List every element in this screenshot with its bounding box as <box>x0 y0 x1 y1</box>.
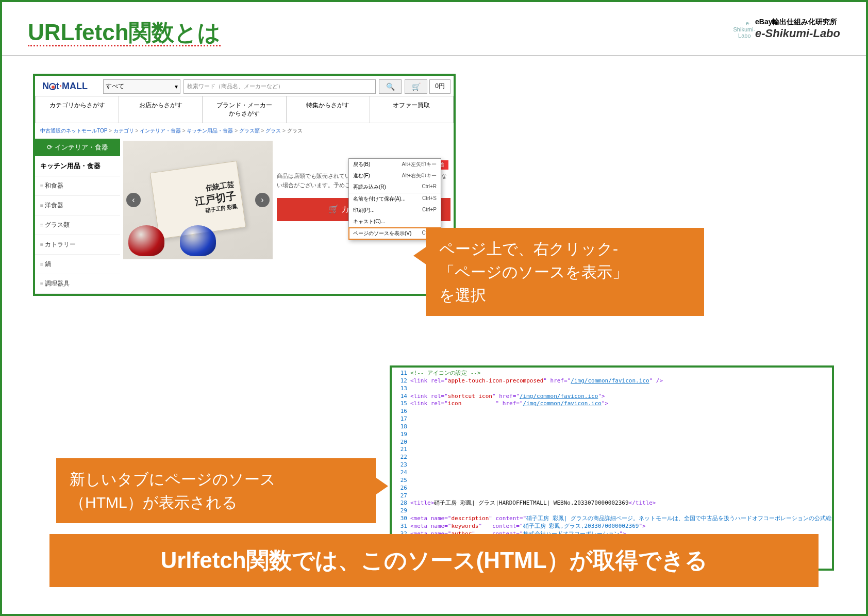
sidebar-item[interactable]: カトラリー <box>35 235 120 255</box>
next-image-button[interactable]: › <box>255 193 270 207</box>
cart-total: 0円 <box>429 79 450 94</box>
shop-navbar: カテゴリからさがす お店からさがす ブランド・メーカー からさがす 特集からさが… <box>35 96 454 123</box>
nav-category[interactable]: カテゴリからさがす <box>35 96 119 123</box>
brand-glyph: e-Shikumi-Labo <box>733 20 751 38</box>
sidebar-item[interactable]: 洋食器 <box>35 196 120 215</box>
product-image: ‹ › 伝統工芸 江戸切子 硝子工房 彩鳳 <box>123 141 273 259</box>
ctx-saveas[interactable]: 名前を付けて保存(A)...Ctrl+S <box>349 193 441 205</box>
nav-offer[interactable]: オファー買取 <box>370 96 454 123</box>
prev-image-button[interactable]: ‹ <box>126 193 141 207</box>
sidebar-category-button[interactable]: ⟳ インテリア・食器 <box>35 139 120 156</box>
sidebar-item[interactable]: グラス類 <box>35 215 120 235</box>
callout-right-click: ページ上で、右クリック- 「ページのソースを表示」 を選択 <box>426 228 704 316</box>
ctx-cast[interactable]: キャスト(C)... <box>349 216 441 228</box>
search-button[interactable]: 🔍 <box>379 79 402 94</box>
sidebar-item[interactable]: 調理器具 <box>35 274 120 294</box>
cart-icon: 🛒 <box>412 82 421 91</box>
screenshot-netmall: Nt·MALL すべて▾ 検索ワード（商品名、メーカーなど） 🔍 🛒 0円 カテ… <box>33 74 456 296</box>
nav-brand[interactable]: ブランド・メーカー からさがす <box>203 96 286 123</box>
sidebar-heading: キッチン用品・食器 <box>35 156 120 176</box>
ctx-reload[interactable]: 再読み込み(R)Ctrl+R <box>349 181 441 193</box>
ctx-forward[interactable]: 進む(F)Alt+右矢印キー <box>349 170 441 181</box>
nav-store[interactable]: お店からさがす <box>119 96 203 123</box>
shop-logo: Nt·MALL <box>38 79 100 94</box>
page-title: URLfetch関数とは <box>28 18 221 48</box>
nav-special[interactable]: 特集からさがす <box>287 96 370 123</box>
ctx-print[interactable]: 印刷(P)...Ctrl+P <box>349 205 441 216</box>
callout-new-tab-source: 新しいタブにページのソース （HTML）が表示される <box>56 458 376 523</box>
bottom-summary: Urlfetch関数では、このソース(HTML）が取得できる <box>49 534 819 587</box>
ctx-back[interactable]: 戻る(B)Alt+左矢印キー <box>349 159 441 170</box>
sidebar-item[interactable]: 鍋 <box>35 255 120 274</box>
search-input[interactable]: 検索ワード（商品名、メーカーなど） <box>183 79 376 94</box>
sidebar-item[interactable]: 和食器 <box>35 176 120 196</box>
cart-button[interactable]: 🛒 <box>405 79 427 94</box>
search-icon: 🔍 <box>386 82 395 91</box>
sidebar: ⟳ インテリア・食器 キッチン用品・食器 和食器 洋食器 グラス類 カトラリー … <box>35 139 120 294</box>
brand-logo: e-Shikumi-Labo eBay輸出仕組み化研究所 e-Shikumi-L… <box>733 18 840 40</box>
category-select[interactable]: すべて▾ <box>103 79 180 94</box>
breadcrumb: 中古通販のネットモールTOP > カテゴリ > インテリア・食器 > キッチン用… <box>35 123 454 139</box>
